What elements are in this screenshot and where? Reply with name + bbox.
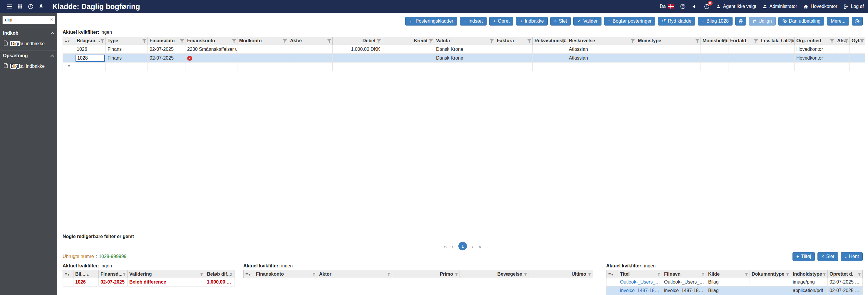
empty-cell[interactable] bbox=[238, 45, 288, 54]
col-forfald[interactable]: Forfald bbox=[728, 37, 759, 45]
row-menu-cell[interactable] bbox=[63, 54, 75, 63]
section-header-opsaetning[interactable]: Opsætning bbox=[0, 50, 57, 61]
cell-finanskonto[interactable]: 2230 Småanskaffelser under s bbox=[185, 45, 238, 54]
cell-oprettet[interactable]: 02-07-2025 11:44 bbox=[828, 278, 863, 287]
prev-page-button[interactable]: ‹ bbox=[452, 243, 454, 249]
company-selector[interactable]: Hovedkontor bbox=[803, 4, 837, 9]
filter-icon[interactable] bbox=[823, 273, 826, 276]
posteringskladder-button[interactable]: ←Posteringskladder bbox=[405, 17, 457, 26]
empty-cell[interactable] bbox=[795, 63, 835, 71]
udlign-button[interactable]: ⇄Udlign bbox=[749, 17, 776, 26]
cell-filnavn[interactable]: Outlook-_Users_tro.png bbox=[662, 278, 706, 287]
grid-menu-header[interactable]: ≡▾ bbox=[607, 270, 618, 278]
col-aktor[interactable]: Aktør bbox=[288, 37, 333, 45]
empty-cell[interactable] bbox=[636, 45, 701, 54]
cell-finansdato[interactable]: 02-07-2025 bbox=[99, 278, 127, 287]
empty-cell[interactable] bbox=[850, 45, 865, 54]
empty-cell[interactable] bbox=[701, 45, 728, 54]
col-finanskonto[interactable]: Finanskonto bbox=[254, 270, 317, 278]
col-titel[interactable]: Titel bbox=[618, 270, 662, 278]
empty-cell[interactable] bbox=[835, 54, 850, 63]
col-validering[interactable]: Validering bbox=[127, 270, 205, 278]
sound-button[interactable] bbox=[692, 3, 698, 10]
empty-cell[interactable] bbox=[533, 45, 567, 54]
empty-cell[interactable] bbox=[495, 63, 533, 71]
filter-icon[interactable] bbox=[327, 39, 331, 43]
slet-attachment-button[interactable]: ×Slet bbox=[817, 252, 838, 261]
hamburger-menu-icon[interactable] bbox=[4, 1, 15, 12]
filter-icon[interactable] bbox=[527, 39, 531, 43]
empty-cell[interactable] bbox=[636, 54, 701, 63]
cell-oprettet[interactable]: 02-07-2025 11:44 bbox=[828, 287, 863, 295]
col-dokumenttype[interactable]: Dokumenttype bbox=[750, 270, 791, 278]
filter-icon[interactable] bbox=[283, 39, 287, 43]
filter-icon[interactable] bbox=[180, 39, 184, 43]
cell-debet[interactable]: 1.000,00 DKK bbox=[333, 45, 382, 54]
empty-cell[interactable] bbox=[288, 54, 333, 63]
first-page-button[interactable]: « bbox=[444, 243, 447, 249]
grid-menu-header[interactable]: ≡▾ bbox=[63, 37, 75, 45]
filter-icon[interactable] bbox=[200, 273, 204, 276]
empty-cell[interactable] bbox=[148, 63, 185, 71]
col-faktura[interactable]: Faktura bbox=[495, 37, 533, 45]
empty-cell[interactable] bbox=[533, 63, 567, 71]
empty-cell[interactable] bbox=[850, 54, 865, 63]
empty-cell[interactable] bbox=[850, 63, 865, 71]
col-momstype[interactable]: Momstype bbox=[636, 37, 701, 45]
empty-cell[interactable] bbox=[759, 45, 795, 54]
filter-icon[interactable] bbox=[490, 39, 494, 43]
empty-cell[interactable] bbox=[382, 54, 434, 63]
language-selector[interactable]: Da bbox=[660, 4, 674, 9]
empty-cell[interactable] bbox=[759, 63, 795, 71]
bilag-1028-button[interactable]: +Bilag 1028 bbox=[698, 17, 733, 26]
empty-cell[interactable] bbox=[835, 45, 850, 54]
cell-type[interactable]: Finans bbox=[106, 54, 148, 63]
filter-icon[interactable] bbox=[588, 273, 591, 276]
bogfoer-posteringer-button[interactable]: ≡Bogfør posteringer bbox=[604, 17, 656, 26]
filter-icon[interactable] bbox=[858, 273, 861, 276]
empty-cell[interactable] bbox=[238, 63, 288, 71]
history-clock-icon[interactable] bbox=[25, 1, 36, 12]
col-lev-fak[interactable]: Lev. fak. / alt. b... bbox=[759, 37, 795, 45]
col-ultimo[interactable]: Ultimo bbox=[529, 270, 593, 278]
empty-cell[interactable] bbox=[835, 63, 850, 71]
col-type[interactable]: Type bbox=[106, 37, 148, 45]
filter-icon[interactable] bbox=[631, 39, 635, 43]
slet-button[interactable]: ×Slet bbox=[550, 17, 571, 26]
attachment-title-link[interactable]: invoice_1487-18483_Gl... bbox=[618, 287, 662, 295]
grid-menu-header[interactable]: ≡▾ bbox=[63, 270, 73, 278]
cell-bilag[interactable]: 1026 bbox=[73, 278, 99, 287]
hent-button[interactable]: ↓Hent bbox=[841, 252, 863, 261]
empty-cell[interactable] bbox=[106, 63, 148, 71]
filter-icon[interactable] bbox=[312, 273, 316, 276]
empty-cell[interactable] bbox=[382, 63, 434, 71]
cell-finansdato[interactable]: 02-07-2025 bbox=[148, 54, 185, 63]
valider-button[interactable]: ✓Valider bbox=[573, 17, 601, 26]
cell-kilde[interactable]: Bilag bbox=[706, 278, 750, 287]
cell-bilagsnr[interactable]: 1026 bbox=[75, 45, 106, 54]
col-indholdstype[interactable]: Indholdstype bbox=[791, 270, 828, 278]
filter-icon[interactable] bbox=[657, 273, 661, 276]
search-input[interactable] bbox=[2, 16, 55, 24]
empty-cell[interactable] bbox=[567, 63, 636, 71]
filter-icon[interactable] bbox=[695, 39, 699, 43]
cell-belob[interactable]: 1.000,00 DKK bbox=[205, 278, 235, 287]
filter-icon[interactable] bbox=[455, 273, 458, 276]
current-page-badge[interactable]: 1 bbox=[458, 242, 467, 251]
col-primo[interactable]: Primo bbox=[392, 270, 460, 278]
attachment-title-link[interactable]: Outlook-_Users_tro.png bbox=[618, 278, 662, 287]
col-finansdato[interactable]: Finansd... bbox=[99, 270, 127, 278]
grid-menu-header[interactable]: ≡▾ bbox=[244, 270, 254, 278]
agent-selector[interactable]: Agent ikke valgt bbox=[716, 4, 756, 9]
empty-cell[interactable] bbox=[382, 45, 434, 54]
help-button[interactable]: ? bbox=[680, 3, 686, 9]
bell-icon[interactable] bbox=[36, 1, 46, 12]
filter-icon[interactable] bbox=[122, 273, 126, 276]
user-menu[interactable]: Administrator bbox=[762, 4, 797, 9]
empty-cell[interactable] bbox=[238, 54, 288, 63]
col-finansdato[interactable]: Finansdato bbox=[148, 37, 185, 45]
filter-icon[interactable] bbox=[754, 39, 758, 43]
filter-icon[interactable] bbox=[232, 39, 236, 43]
col-aktor[interactable]: Aktør bbox=[317, 270, 392, 278]
cell-org-enhed[interactable]: Hovedkontor bbox=[795, 45, 835, 54]
